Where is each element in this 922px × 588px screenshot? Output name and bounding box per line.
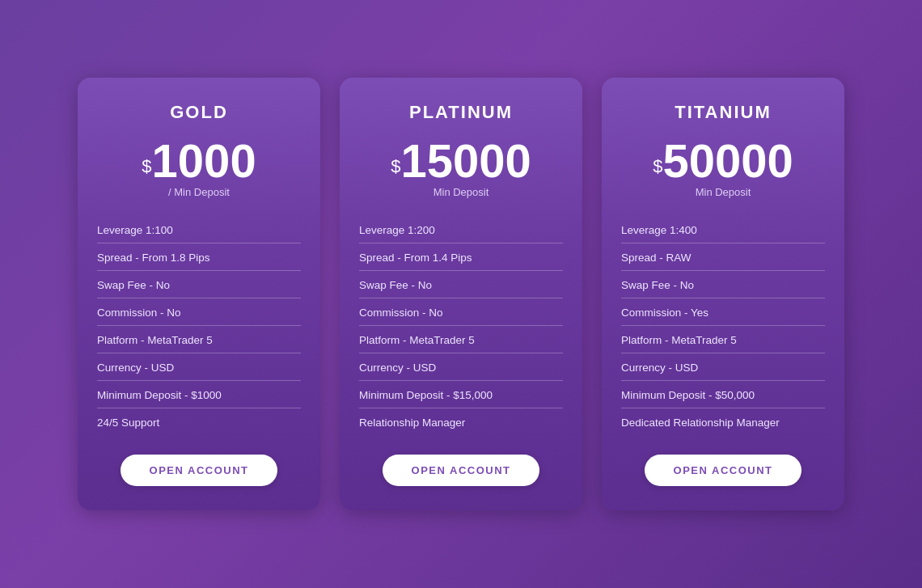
feature-item-platinum-2: Swap Fee - No xyxy=(359,271,563,298)
feature-item-titanium-1: Spread - RAW xyxy=(621,243,825,271)
feature-item-platinum-3: Commission - No xyxy=(359,298,563,326)
feature-item-platinum-7: Relationship Manager xyxy=(359,408,563,435)
price-symbol-platinum: $ xyxy=(391,156,400,176)
price-label-gold: / Min Deposit xyxy=(97,186,301,198)
price-block-titanium: $50000Min Deposit xyxy=(621,137,825,198)
features-list-titanium: Leverage 1:400Spread - RAWSwap Fee - NoC… xyxy=(621,216,825,435)
feature-item-titanium-2: Swap Fee - No xyxy=(621,271,825,298)
price-amount-platinum: 15000 xyxy=(400,134,531,187)
card-title-titanium: TITANIUM xyxy=(621,102,825,123)
price-label-titanium: Min Deposit xyxy=(621,186,825,198)
price-main-titanium: $50000 xyxy=(621,137,825,184)
pricing-card-platinum: PLATINUM$15000Min DepositLeverage 1:200S… xyxy=(340,78,582,510)
feature-item-titanium-7: Dedicated Relationship Manager xyxy=(621,408,825,435)
feature-item-titanium-6: Minimum Deposit - $50,000 xyxy=(621,381,825,408)
features-list-platinum: Leverage 1:200Spread - From 1.4 PipsSwap… xyxy=(359,216,563,435)
feature-item-platinum-4: Platform - MetaTrader 5 xyxy=(359,326,563,353)
open-account-button-platinum[interactable]: OPEN ACCOUNT xyxy=(383,455,540,486)
feature-item-gold-5: Currency - USD xyxy=(97,353,301,381)
price-block-platinum: $15000Min Deposit xyxy=(359,137,563,198)
feature-item-gold-2: Swap Fee - No xyxy=(97,271,301,298)
open-account-button-gold[interactable]: OPEN ACCOUNT xyxy=(121,455,278,486)
price-symbol-gold: $ xyxy=(142,156,151,176)
price-symbol-titanium: $ xyxy=(653,156,662,176)
price-amount-gold: 1000 xyxy=(152,134,256,187)
price-label-platinum: Min Deposit xyxy=(359,186,563,198)
feature-item-platinum-0: Leverage 1:200 xyxy=(359,216,563,243)
feature-item-titanium-4: Platform - MetaTrader 5 xyxy=(621,326,825,353)
price-main-gold: $1000 xyxy=(97,137,301,184)
pricing-card-gold: GOLD$1000/ Min DepositLeverage 1:100Spre… xyxy=(78,78,320,510)
open-account-button-titanium[interactable]: OPEN ACCOUNT xyxy=(645,455,802,486)
price-main-platinum: $15000 xyxy=(359,137,563,184)
feature-item-titanium-3: Commission - Yes xyxy=(621,298,825,326)
feature-item-titanium-0: Leverage 1:400 xyxy=(621,216,825,243)
price-block-gold: $1000/ Min Deposit xyxy=(97,137,301,198)
feature-item-gold-1: Spread - From 1.8 Pips xyxy=(97,243,301,271)
feature-item-titanium-5: Currency - USD xyxy=(621,353,825,381)
feature-item-gold-3: Commission - No xyxy=(97,298,301,326)
feature-item-platinum-5: Currency - USD xyxy=(359,353,563,381)
feature-item-gold-4: Platform - MetaTrader 5 xyxy=(97,326,301,353)
feature-item-platinum-6: Minimum Deposit - $15,000 xyxy=(359,381,563,408)
pricing-card-titanium: TITANIUM$50000Min DepositLeverage 1:400S… xyxy=(602,78,844,510)
card-title-gold: GOLD xyxy=(97,102,301,123)
card-title-platinum: PLATINUM xyxy=(359,102,563,123)
feature-item-gold-7: 24/5 Support xyxy=(97,408,301,435)
pricing-container: GOLD$1000/ Min DepositLeverage 1:100Spre… xyxy=(53,45,869,543)
feature-item-gold-0: Leverage 1:100 xyxy=(97,216,301,243)
features-list-gold: Leverage 1:100Spread - From 1.8 PipsSwap… xyxy=(97,216,301,435)
price-amount-titanium: 50000 xyxy=(662,134,793,187)
feature-item-gold-6: Minimum Deposit - $1000 xyxy=(97,381,301,408)
feature-item-platinum-1: Spread - From 1.4 Pips xyxy=(359,243,563,271)
